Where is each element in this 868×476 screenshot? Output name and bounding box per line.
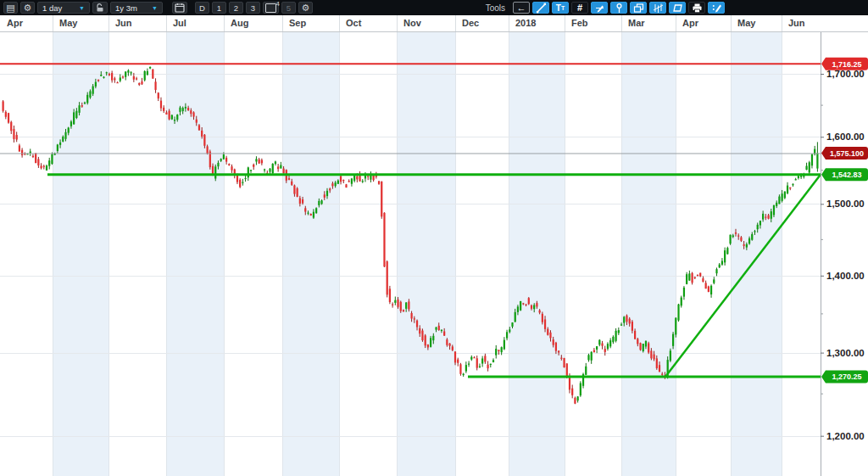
compare-4-icon[interactable]: 4: [263, 2, 279, 14]
time-axis-separator: [397, 15, 398, 31]
svg-text:1,600.00: 1,600.00: [826, 132, 865, 142]
time-axis-month-label: Mar: [628, 18, 645, 28]
svg-text:1,400.00: 1,400.00: [826, 271, 865, 281]
time-axis-month-label: Apr: [7, 18, 23, 28]
svg-text:1,270.25: 1,270.25: [832, 372, 861, 381]
time-axis-separator: [166, 15, 167, 31]
time-axis-separator: [282, 15, 283, 31]
layout-3-button[interactable]: 3: [246, 2, 260, 14]
time-axis-month-label: May: [737, 18, 755, 28]
svg-text:1,300.00: 1,300.00: [826, 348, 865, 358]
time-axis-month-label: May: [59, 18, 77, 28]
layout-5-button[interactable]: 5: [281, 2, 296, 14]
text-tool-t-sub: T: [561, 5, 565, 11]
time-axis-month-label: Jun: [788, 18, 805, 28]
time-axis-month-label: Aug: [231, 18, 248, 28]
bring-forward-icon[interactable]: [630, 2, 647, 14]
settings-gear-icon[interactable]: ⚙: [298, 2, 313, 14]
time-axis-month-label: Nov: [403, 18, 421, 28]
time-axis-separator: [108, 15, 109, 31]
compare-4-badge: 4: [276, 0, 280, 8]
svg-text:1,716.25: 1,716.25: [832, 60, 861, 69]
trendline-tool-icon[interactable]: [532, 2, 549, 14]
time-axis-separator: [782, 15, 782, 31]
range-dropdown[interactable]: 1y 3m ▼: [110, 2, 163, 14]
svg-text:1,542.83: 1,542.83: [832, 171, 861, 179]
time-axis-separator: [339, 15, 340, 31]
unlock-icon[interactable]: [92, 2, 108, 14]
chart-canvas[interactable]: 1,700.001,600.001,500.001,400.001,300.00…: [0, 32, 868, 476]
time-axis-separator: [455, 15, 456, 31]
eraser-icon[interactable]: [669, 2, 686, 14]
price-axis-background[interactable]: [821, 32, 868, 476]
month-bands: [53, 32, 782, 476]
draw-pencil-icon[interactable]: [591, 2, 608, 14]
text-tool-icon[interactable]: TT: [552, 2, 569, 14]
time-axis-month-label: Oct: [346, 18, 361, 28]
time-axis-separator: [224, 15, 225, 31]
interval-label: 1 day: [42, 3, 62, 13]
time-axis-separator: [53, 15, 53, 31]
calendar-icon[interactable]: [172, 2, 187, 14]
time-axis-separator: [621, 15, 622, 31]
pattern-tool-icon[interactable]: [649, 2, 666, 14]
magnet-pin-icon[interactable]: [610, 2, 627, 14]
main-toolbar: ▤ ⚙ 1 day ▼ 1y 3m ▼ D 1 2 3 4 5 ⚙ Tools …: [0, 0, 868, 15]
support-upper-price-flag: 1,542.83: [821, 168, 868, 181]
time-axis-month-label: Dec: [462, 18, 479, 28]
time-axis-separator: [731, 15, 732, 31]
format-brush-icon[interactable]: [708, 2, 725, 14]
svg-text:1,575.100: 1,575.100: [830, 149, 864, 158]
time-axis-separator: [565, 15, 565, 31]
grid-tool-icon[interactable]: #: [571, 2, 588, 14]
time-axis-month-label: Jun: [115, 18, 132, 28]
time-axis-separator: [676, 15, 676, 31]
chart-settings-gear-icon[interactable]: ⚙: [20, 2, 35, 14]
time-axis-separator: [509, 15, 509, 31]
time-axis-month-label: Sep: [289, 18, 306, 28]
chevron-down-icon: ▼: [152, 5, 158, 11]
resistance-price-flag: 1,716.25: [821, 58, 868, 70]
time-axis-month-label: Feb: [571, 18, 588, 28]
time-axis-month-label: Apr: [682, 18, 698, 28]
time-axis-month-label: Jul: [173, 18, 186, 28]
support-lower-price-flag: 1,270.25: [821, 370, 868, 383]
interval-dropdown[interactable]: 1 day ▼: [37, 2, 90, 14]
layout-2-button[interactable]: 2: [229, 2, 243, 14]
print-icon[interactable]: [688, 2, 705, 14]
time-axis[interactable]: AprMayJunJulAugSepOctNovDec2018FebMarApr…: [0, 15, 868, 32]
resolution-d-button[interactable]: D: [195, 2, 209, 14]
range-label: 1y 3m: [115, 3, 137, 13]
chart-area[interactable]: 1,700.001,600.001,500.001,400.001,300.00…: [0, 32, 868, 476]
svg-text:1,200.00: 1,200.00: [826, 431, 865, 441]
journal-icon[interactable]: ▤: [3, 2, 18, 14]
time-axis-month-label: 2018: [515, 18, 536, 28]
chevron-down-icon: ▼: [79, 5, 85, 11]
last-price-flag: 1,575.100: [821, 147, 868, 160]
svg-text:1,500.00: 1,500.00: [826, 199, 865, 209]
tools-collapse-button[interactable]: ←: [513, 2, 530, 14]
tools-label: Tools: [486, 3, 505, 13]
layout-1-button[interactable]: 1: [212, 2, 226, 14]
